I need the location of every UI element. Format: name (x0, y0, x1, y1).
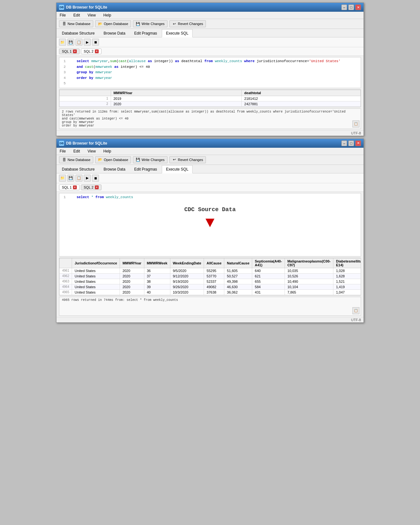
new-db-icon-1: 🗄 (62, 22, 66, 26)
menu-edit-2[interactable]: Edit (71, 148, 82, 154)
col-septicemia-2: Septicemia(A40-A41) (252, 258, 285, 268)
window-title-2: DB Browser for SQLite (66, 141, 107, 146)
sql-run-btn-2[interactable]: ▶ (84, 175, 91, 182)
tab-browse-data-1[interactable]: Browse Data (99, 29, 129, 37)
revert-icon-1: ↩ (172, 22, 177, 26)
revert-icon-2: ↩ (172, 158, 177, 162)
sql-tab-2-2[interactable]: SQL 2 ✕ (81, 185, 102, 190)
title-controls-1: – □ ✕ (341, 4, 361, 10)
tab-database-structure-1[interactable]: Database Structure (58, 29, 99, 37)
sql-open-btn-1[interactable]: 📁 (59, 39, 66, 46)
new-database-btn-2[interactable]: 🗄 New Database (59, 156, 93, 163)
sql-tab-1-2[interactable]: SQL 1 ✕ (59, 185, 80, 190)
utf-label-1: UTF-8 (351, 131, 361, 135)
sql-toolbar-2: 📁 💾 📋 ▶ ⏹ (56, 173, 364, 183)
write-changes-btn-2[interactable]: 💾 Write Changes (133, 156, 167, 163)
code-line-3: 3 group by mmwryear (61, 70, 359, 75)
revert-changes-btn-1[interactable]: ↩ Revert Changes (169, 20, 206, 27)
sql-saveas-btn-2[interactable]: 📋 (75, 175, 82, 182)
tab-database-structure-2[interactable]: Database Structure (58, 165, 99, 173)
table-row: 4964 United States 2020 39 9/26/2020 490… (60, 284, 361, 289)
menu-help-1[interactable]: Help (102, 12, 113, 18)
title-bar-1: DB DB Browser for SQLite – □ ✕ (56, 3, 364, 12)
title-bar-left-2: DB DB Browser for SQLite (59, 141, 107, 146)
col-jurisdiction-2: JurisdictionofOccurrence (72, 258, 120, 268)
open-db-icon-2: 📂 (98, 158, 102, 162)
write-icon-1: 💾 (136, 22, 140, 26)
code-line-4: 4 order by mmwryear (61, 75, 359, 81)
tab-edit-pragmas-2[interactable]: Edit Pragmas (130, 165, 161, 173)
utf-bar-2: UTF-8 (56, 317, 364, 322)
col-mmwryear-2: MMWRYear (120, 258, 144, 268)
code-line-2: 2 and cast(mmwrweek as integer) <= 40 (61, 64, 359, 70)
write-changes-btn-1[interactable]: 💾 Write Changes (133, 20, 167, 27)
menu-view-1[interactable]: View (86, 12, 98, 18)
table-row: 2 2020 2427881 (60, 101, 361, 107)
close-btn-2[interactable]: ✕ (355, 140, 361, 146)
code-editor-1[interactable]: 1 select mmwryear,sum(cast(allcause as i… (59, 57, 361, 88)
toolbar-2: 🗄 New Database 📂 Open Database 💾 Write C… (56, 155, 364, 165)
sql-save-btn-1[interactable]: 💾 (67, 39, 74, 46)
utf-label-2: UTF-8 (351, 318, 361, 322)
table-row: 4963 United States 2020 38 9/19/2020 523… (60, 279, 361, 284)
open-database-btn-1[interactable]: 📂 Open Database (95, 20, 131, 27)
menu-help-2[interactable]: Help (102, 148, 113, 154)
col-deathtotal-1: deathtotal (242, 90, 361, 96)
close-btn-1[interactable]: ✕ (355, 4, 361, 10)
status-bar-2: 4965 rows returned in 744ms from: select… (59, 297, 361, 316)
tab-edit-pragmas-1[interactable]: Edit Pragmas (130, 29, 161, 37)
sql-tab-2-1[interactable]: SQL 2 ✕ (81, 49, 102, 54)
copy-status-btn-1[interactable]: 📋 (352, 120, 359, 127)
table-row: 4962 United States 2020 37 9/12/2020 537… (60, 273, 361, 279)
sql-open-btn-2[interactable]: 📁 (59, 175, 66, 182)
sql-saveas-btn-1[interactable]: 📋 (75, 39, 82, 46)
menu-view-2[interactable]: View (86, 148, 98, 154)
new-database-btn-1[interactable]: 🗄 New Database (59, 20, 93, 27)
tab-execute-sql-2[interactable]: Execute SQL (162, 165, 193, 173)
sql-toolbar-1: 📁 💾 📋 ▶ ⏹ (56, 37, 364, 47)
sql-tab-1-close-2[interactable]: ✕ (73, 185, 77, 189)
col-mmwryear-1: MMWRYear (111, 90, 241, 96)
app-icon-2: DB (59, 141, 64, 146)
status-text-2: 4965 rows returned in 744ms from: select… (62, 298, 178, 302)
results-table-1: MMWRYear deathtotal 1 2019 2181412 2 202… (59, 89, 361, 107)
sql-stop-btn-1[interactable]: ⏹ (92, 39, 99, 46)
tab-execute-sql-1[interactable]: Execute SQL (162, 29, 193, 37)
sql-stop-btn-2[interactable]: ⏹ (92, 175, 99, 182)
sql-save-btn-2[interactable]: 💾 (67, 175, 74, 182)
title-controls-2: – □ ✕ (341, 140, 361, 146)
tabs-bar-1: Database Structure Browse Data Edit Prag… (56, 29, 364, 37)
tabs-bar-2: Database Structure Browse Data Edit Prag… (56, 165, 364, 173)
col-diabetes-2: Diabetesmellitus(E10-E14) (333, 258, 361, 268)
new-db-icon-2: 🗄 (62, 158, 66, 162)
sql-run-btn-1[interactable]: ▶ (84, 39, 91, 46)
menu-file-2[interactable]: File (58, 148, 68, 154)
status-text-1: 2 rows returned in 112ms from: select mm… (62, 110, 345, 127)
col-malignant-2: Malignantneoplasms(C00-C97) (285, 258, 333, 268)
menu-file-1[interactable]: File (58, 12, 68, 18)
open-database-btn-2[interactable]: 📂 Open Database (95, 156, 131, 163)
cdc-annotation: CDC Source Data ▼ (184, 206, 236, 230)
maximize-btn-1[interactable]: □ (348, 4, 354, 10)
code-editor-2[interactable]: 1 select * from weekly_counts CDC Source… (59, 193, 361, 256)
menu-edit-1[interactable]: Edit (71, 12, 82, 18)
window2: DB DB Browser for SQLite – □ ✕ File Edit… (56, 139, 364, 323)
sql-tab-2-close-2[interactable]: ✕ (95, 185, 99, 189)
table-row: 4965 United States 2020 40 10/3/2020 376… (60, 289, 361, 295)
menu-bar-2: File Edit View Help (56, 148, 364, 155)
minimize-btn-2[interactable]: – (341, 140, 347, 146)
window1: DB DB Browser for SQLite – □ ✕ File Edit… (56, 3, 364, 136)
utf-bar-1: UTF-8 (56, 130, 364, 136)
sql-tab-2-close-1[interactable]: ✕ (95, 49, 99, 53)
arrow-down-icon: ▼ (184, 215, 236, 230)
sql-tab-1-1[interactable]: SQL 1 ✕ (59, 49, 80, 54)
tab-browse-data-2[interactable]: Browse Data (99, 165, 129, 173)
sql-tab-1-close-1[interactable]: ✕ (73, 49, 77, 53)
cdc-label: CDC Source Data (184, 206, 236, 213)
table-row: 1 2019 2181412 (60, 96, 361, 101)
maximize-btn-2[interactable]: □ (348, 140, 354, 146)
revert-changes-btn-2[interactable]: ↩ Revert Changes (169, 156, 206, 163)
minimize-btn-1[interactable]: – (341, 4, 347, 10)
menu-bar-1: File Edit View Help (56, 12, 364, 19)
copy-status-btn-2[interactable]: 📋 (352, 307, 359, 314)
